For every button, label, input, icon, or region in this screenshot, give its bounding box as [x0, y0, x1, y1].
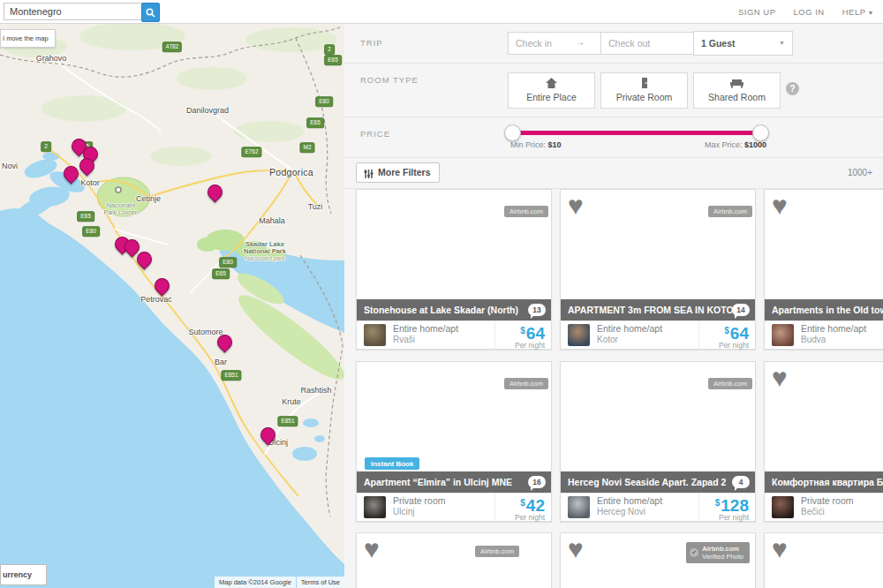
map-label: Danilovgrad	[186, 106, 229, 115]
listing-card[interactable]: ♥ Apartments in the Old town, Entire hom…	[764, 189, 883, 350]
host-type: Entire home/apt	[801, 323, 866, 334]
road-badge: E65	[324, 55, 342, 65]
price-box: $128 Per night	[698, 494, 755, 521]
signup-link[interactable]: SIGN UP	[738, 7, 776, 17]
review-count-badge: 4	[732, 476, 750, 488]
listing-photo[interactable]: ♥ Apartments in the Old town,	[765, 190, 883, 320]
room-type-entire-place[interactable]: Entire Place	[508, 72, 595, 109]
search-button[interactable]	[141, 3, 160, 22]
verified-photo-badge: ✓ Airbnb.com Verified Photo	[686, 542, 750, 563]
room-type-private-room[interactable]: Private Room	[600, 72, 688, 109]
listing-card[interactable]: ♥ Комфортная квартира Бечи Private room …	[764, 361, 883, 522]
host-avatar[interactable]	[772, 496, 794, 518]
road-badge: E65	[212, 268, 230, 279]
price-slider-max-handle[interactable]	[752, 124, 769, 141]
listing-title: Apartments in the Old town,	[765, 299, 883, 320]
watermark: Airbnb.com	[504, 378, 548, 389]
road-badge: E762	[241, 147, 261, 157]
road-badge: M2	[299, 142, 314, 153]
map-label: Mahala	[259, 216, 285, 225]
price-slider-track[interactable]	[510, 131, 766, 135]
currency-button[interactable]: urrency	[0, 564, 47, 585]
price-box: $64 Per night	[494, 321, 551, 349]
terms-of-use-link[interactable]: Terms of Use	[297, 577, 344, 588]
host-avatar[interactable]	[364, 496, 386, 518]
wishlist-heart-icon[interactable]: ♥	[772, 364, 788, 392]
map-label: Petrovac	[140, 295, 172, 304]
listing-title: APARTMENT 3m FROM SEA IN KOTOR 14	[561, 299, 755, 320]
map-label: Kotor	[80, 178, 100, 187]
map-label: Sutomore	[188, 328, 223, 336]
listing-details: Entire home/apt Rvaši $64 Per night	[357, 320, 551, 349]
review-count-badge: 14	[732, 304, 750, 316]
listing-card[interactable]: ♥ Airbnb.com	[356, 532, 552, 588]
listing-photo[interactable]: Airbnb.com Instant Book Apartment “Elmir…	[357, 362, 551, 493]
map[interactable]: Grahovo Danilovgrad Podgorica Tuzi Mahal…	[0, 24, 344, 588]
login-link[interactable]: LOG IN	[794, 7, 825, 17]
host-avatar[interactable]	[568, 324, 590, 346]
listing-location: Herceg Novi	[597, 507, 662, 516]
listing-location: Bečići	[801, 507, 854, 516]
filter-sliders-icon	[364, 167, 374, 185]
map-canvas	[0, 24, 344, 588]
room-type-help-button[interactable]: ?	[786, 82, 799, 95]
more-filters-row: More Filters 1000+	[344, 158, 883, 189]
move-map-checkbox-label[interactable]: I move the map	[0, 29, 56, 48]
map-attribution: Map data ©2014 Google Terms of Use	[215, 577, 344, 588]
listing-card[interactable]: Airbnb.com Stonehouse at Lake Skadar (No…	[356, 189, 552, 350]
min-price-label: Min Price: $10	[510, 140, 562, 149]
help-menu[interactable]: HELP▼	[842, 7, 874, 17]
host-avatar[interactable]	[364, 324, 386, 346]
listing-details: Entire home/apt Herceg Novi $128 Per nig…	[561, 493, 755, 521]
listing-photo[interactable]: ♥ Airbnb.com	[357, 533, 551, 588]
listing-location: Kotor	[597, 335, 662, 344]
listing-title: Комфортная квартира Бечи	[765, 471, 883, 493]
listing-photo[interactable]: ♥ ✓ Airbnb.com Verified Photo	[561, 533, 755, 588]
more-filters-button[interactable]: More Filters	[356, 162, 440, 183]
wishlist-heart-icon[interactable]: ♥	[568, 192, 584, 220]
listing-card[interactable]: ♥ Airbnb.com APARTMENT 3m FROM SEA IN KO…	[560, 189, 756, 350]
listing-card[interactable]: ♥ ✓ Airbnb.com Verified Photo	[560, 532, 756, 588]
road-badge: E851	[221, 370, 241, 381]
listing-photo[interactable]: ♥ Airbnb.com APARTMENT 3m FROM SEA IN KO…	[561, 190, 755, 320]
instant-book-badge: Instant Book	[365, 457, 419, 470]
watermark: Airbnb.com	[475, 546, 519, 557]
wishlist-heart-icon[interactable]: ♥	[364, 535, 380, 563]
listing-card[interactable]: ♥	[764, 532, 883, 588]
road-badge: E851	[277, 416, 298, 426]
price-filter-row: PRICE Min Price: $10 Max Price: $1000	[344, 117, 883, 158]
listing-details: Entire home/apt Kotor $64 Per night	[561, 320, 755, 349]
check-in-input[interactable]	[508, 32, 612, 55]
host-type: Entire home/apt	[393, 323, 458, 334]
map-label: Grahovo	[36, 54, 67, 63]
listing-details: Entire home/apt Budva	[765, 320, 883, 349]
host-avatar[interactable]	[772, 324, 794, 346]
listing-card[interactable]: Airbnb.com Herceg Novi Seaside Apart. Za…	[560, 361, 756, 522]
check-icon: ✓	[690, 548, 698, 557]
map-label: Rashtish	[300, 386, 331, 395]
listing-photo[interactable]: ♥ Комфортная квартира Бечи	[765, 362, 883, 493]
road-badge: E80	[219, 257, 237, 268]
listing-location: Rvaši	[393, 335, 458, 344]
listing-photo[interactable]: ♥	[765, 533, 883, 588]
guests-select[interactable]: 1 Guest ▼	[693, 31, 793, 56]
listing-details: Private room Ulcinj $42 Per night	[357, 493, 551, 521]
listing-photo[interactable]: Airbnb.com Stonehouse at Lake Skadar (No…	[357, 190, 551, 320]
price-slider-min-handle[interactable]	[504, 124, 521, 141]
trip-label: TRIP	[360, 38, 383, 48]
listing-card[interactable]: Airbnb.com Instant Book Apartment “Elmir…	[356, 361, 552, 522]
check-out-input[interactable]	[600, 32, 705, 55]
wishlist-heart-icon[interactable]: ♥	[568, 535, 584, 563]
sofa-icon	[694, 77, 780, 92]
host-avatar[interactable]	[568, 496, 590, 518]
listing-photo[interactable]: Airbnb.com Herceg Novi Seaside Apart. Za…	[561, 362, 755, 493]
road-badge: E65	[306, 117, 324, 128]
search-input[interactable]	[4, 3, 145, 20]
listing-location: Ulcinj	[393, 507, 446, 516]
room-type-shared-room[interactable]: Shared Room	[693, 72, 781, 109]
search-icon	[146, 8, 155, 18]
wishlist-heart-icon[interactable]: ♥	[772, 535, 788, 563]
wishlist-heart-icon[interactable]: ♥	[772, 192, 788, 220]
host-type: Entire home/apt	[597, 495, 662, 506]
host-type: Entire home/apt	[597, 323, 662, 334]
